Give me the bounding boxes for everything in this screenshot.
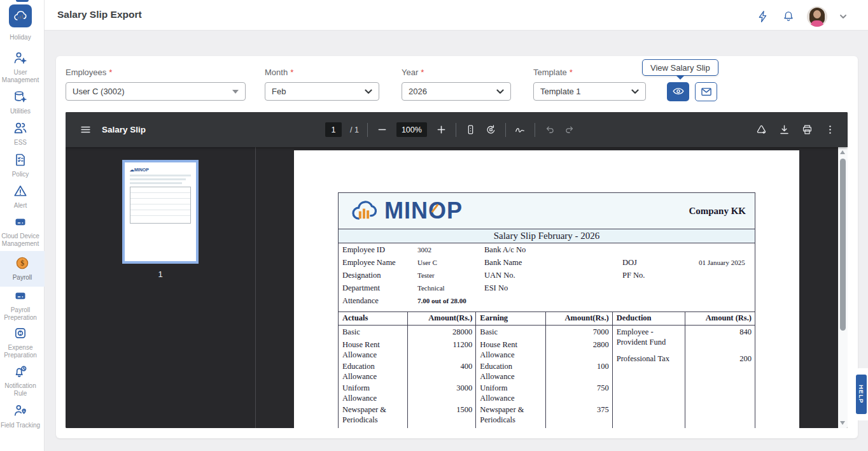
- sidebar-item-field-tracking[interactable]: Field Tracking: [0, 403, 41, 429]
- bell-clock-icon: [0, 363, 41, 380]
- app-logo-icon: [9, 4, 32, 27]
- toolbar-divider: [456, 123, 456, 137]
- dollar-coin-icon: $: [0, 255, 45, 271]
- template-label: Template*: [533, 68, 573, 77]
- sidebar-item-label: Payroll: [0, 274, 45, 282]
- zoom-in-icon[interactable]: [435, 124, 447, 136]
- page-thumbnail[interactable]: ☁MINOP: [122, 160, 199, 264]
- sidebar-scrolled-item-fragment: [16, 0, 29, 2]
- sidebar-item-label: Utilities: [0, 108, 41, 115]
- company-name: Company KK: [689, 206, 746, 217]
- earnings-amounts-column: 7000 2800 100 750 375 583: [546, 326, 613, 428]
- scroll-down-arrow[interactable]: [840, 421, 845, 425]
- tooltip-arrow: [676, 75, 685, 80]
- quick-actions-icon[interactable]: [756, 10, 770, 24]
- sidebar-item-label: Payroll Preperation: [0, 306, 41, 322]
- rotate-icon[interactable]: [485, 124, 497, 136]
- template-select[interactable]: Template 1: [533, 82, 646, 101]
- save-to-drive-icon[interactable]: [755, 124, 767, 136]
- fit-to-page-icon[interactable]: [465, 124, 477, 136]
- pdf-title: Salary Slip: [102, 125, 146, 134]
- deductions-amounts-column: 840 200: [685, 326, 755, 428]
- sidebar-item-label: Field Tracking: [0, 422, 41, 429]
- envelope-icon: [700, 85, 713, 98]
- sidebar-item-label: ESS: [0, 139, 41, 147]
- minop-logo: MINOP: [350, 197, 689, 224]
- expense-coin-icon: [0, 325, 41, 341]
- page-number-input[interactable]: 1: [325, 122, 342, 137]
- more-options-icon[interactable]: [824, 124, 836, 136]
- sidebar-item-label: User Management: [0, 69, 41, 84]
- sidebar-item-label: Notification Rule: [0, 382, 41, 397]
- user-pin-icon: [0, 403, 41, 419]
- sidebar-item-policy[interactable]: Policy: [0, 152, 41, 178]
- device-icon: [0, 287, 41, 304]
- year-select[interactable]: 2026: [402, 82, 511, 101]
- earnings-names-column: Basic House Rent Allowance Education All…: [476, 326, 546, 428]
- pdf-page: MINOP Company KK Salary Slip February - …: [294, 150, 799, 428]
- sidebar-item-expense-preparation[interactable]: Expense Preparation: [0, 325, 41, 359]
- sidebar-item-label: Policy: [0, 171, 41, 178]
- actuals-names-column: Basic House Rent Allowance Education All…: [339, 326, 408, 428]
- sidebar-item-payroll-preperation[interactable]: Payroll Preperation: [0, 287, 41, 322]
- slip-title: Salary Slip February - 2026: [338, 229, 755, 243]
- employees-label: Employees*: [66, 68, 112, 77]
- sidebar-item-ess[interactable]: ESS: [0, 120, 41, 147]
- sidebar-item-notification-rule[interactable]: Notification Rule: [0, 363, 41, 397]
- user-avatar[interactable]: [807, 6, 827, 27]
- print-icon[interactable]: [801, 124, 813, 136]
- chevron-down-icon: [631, 89, 639, 94]
- viewer-menu-icon[interactable]: [80, 124, 92, 136]
- download-icon[interactable]: [778, 124, 790, 136]
- actuals-amounts-column: 28000 11200 400 3000 1500 2332: [408, 326, 477, 428]
- chevron-down-icon: [496, 89, 504, 94]
- pdf-toolbar: Salary Slip 1 / 1 100%: [66, 112, 848, 147]
- sidebar-item-holiday[interactable]: Holiday: [0, 4, 41, 41]
- database-gear-icon: [0, 89, 41, 105]
- scroll-up-arrow[interactable]: [840, 150, 845, 154]
- thumbnail-panel: ☁MINOP 1: [66, 147, 256, 428]
- sidebar-item-alert[interactable]: Alert: [0, 183, 41, 210]
- sidebar-item-payroll[interactable]: $ Payroll: [0, 251, 45, 287]
- toolbar-divider: [505, 123, 506, 137]
- month-label: Month*: [265, 68, 293, 77]
- zoom-level-input[interactable]: 100%: [396, 122, 427, 137]
- month-select[interactable]: Feb: [265, 82, 379, 101]
- toolbar-divider: [535, 123, 535, 137]
- pdf-scrollbar[interactable]: [838, 147, 848, 428]
- profile-chevron-down-icon[interactable]: [839, 12, 848, 21]
- thumbnail-page-number: 1: [122, 269, 199, 279]
- page-total: / 1: [350, 125, 359, 134]
- sidebar-item-label: Alert: [0, 202, 41, 210]
- sidebar-item-cloud-device-management[interactable]: Cloud Device Management: [0, 213, 41, 248]
- annotate-icon[interactable]: [514, 124, 526, 136]
- zoom-out-icon[interactable]: [376, 124, 388, 136]
- users-icon: [0, 120, 41, 136]
- slip-header: MINOP Company KK: [338, 192, 755, 229]
- email-salary-slip-button[interactable]: [695, 82, 717, 101]
- info-row: DesignationTester UAN No.PF No.: [339, 271, 755, 283]
- view-salary-slip-button[interactable]: [667, 82, 689, 101]
- help-tab[interactable]: HELP: [856, 375, 867, 414]
- salary-slip-document: MINOP Company KK Salary Slip February - …: [338, 192, 755, 428]
- pdf-body: ☁MINOP 1 MINOP: [66, 147, 848, 428]
- toolbar-divider: [367, 123, 368, 137]
- sidebar-item-user-management[interactable]: User Management: [0, 50, 41, 84]
- notifications-bell-icon[interactable]: [781, 10, 795, 24]
- redo-icon[interactable]: [564, 124, 576, 136]
- content-card: Employees* Month* Year* Template* User C…: [56, 56, 858, 438]
- user-gear-icon: [0, 50, 41, 66]
- undo-icon[interactable]: [543, 124, 556, 136]
- sidebar-item-utilities[interactable]: Utilities: [0, 89, 41, 115]
- scrollbar-thumb[interactable]: [840, 159, 846, 331]
- employees-select[interactable]: User C (3002): [66, 82, 246, 101]
- salary-table-body: Basic House Rent Allowance Education All…: [339, 326, 755, 428]
- info-row: Employee ID3002 Bank A/c No: [339, 245, 755, 258]
- info-row: Employee NameUser C Bank NameDOJ01 Janua…: [339, 258, 755, 271]
- dropdown-triangle-icon: [232, 90, 239, 94]
- warning-triangle-icon: [0, 183, 41, 199]
- page-title: Salary Slip Export: [57, 9, 142, 20]
- thumbnail-preview: ☁MINOP: [130, 168, 191, 224]
- svg-text:$: $: [20, 259, 24, 267]
- info-row: DepartmentTechnical ESI No: [339, 283, 755, 296]
